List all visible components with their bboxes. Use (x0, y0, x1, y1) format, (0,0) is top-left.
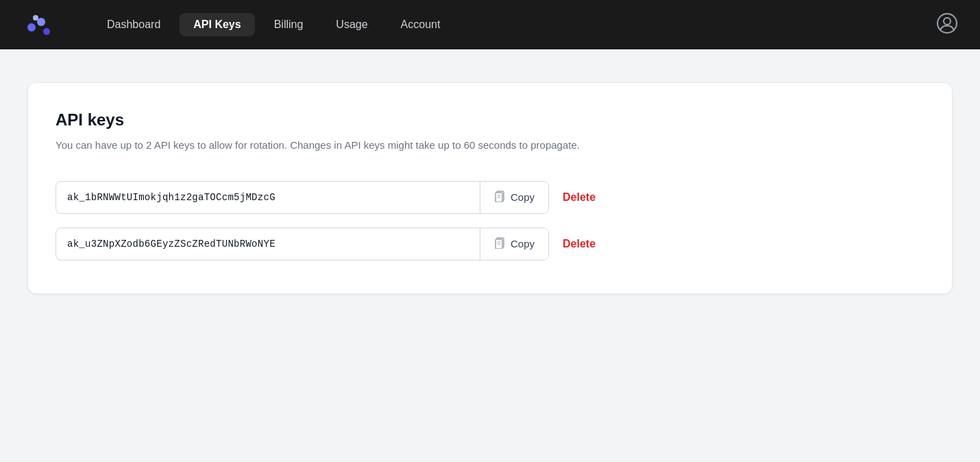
clipboard-icon-2 (494, 236, 505, 252)
api-key-value-2: ak_u3ZNpXZodb6GEyzZScZRedTUNbRWoNYE (56, 239, 480, 250)
copy-button-2[interactable]: Copy (480, 228, 548, 260)
nav-links: Dashboard API Keys Billing Usage Account (93, 13, 909, 36)
copy-button-1[interactable]: Copy (480, 182, 548, 213)
api-key-row-2: ak_u3ZNpXZodb6GEyzZScZRedTUNbRWoNYE Copy… (56, 228, 924, 260)
navbar-right (936, 12, 958, 37)
page-description: You can have up to 2 API keys to allow f… (56, 138, 924, 154)
copy-label-2: Copy (511, 238, 535, 250)
svg-point-3 (33, 15, 38, 21)
svg-point-0 (27, 23, 36, 32)
api-key-value-1: ak_1bRNWWtUImokjqh1z2gaTOCcm5jMDzcG (56, 192, 480, 203)
logo[interactable] (22, 8, 55, 41)
svg-point-2 (43, 28, 50, 35)
api-key-row-1: ak_1bRNWWtUImokjqh1z2gaTOCcm5jMDzcG Copy… (56, 181, 924, 214)
copy-label-1: Copy (511, 191, 535, 203)
svg-point-5 (944, 18, 951, 25)
api-keys-card: API keys You can have up to 2 API keys t… (27, 82, 953, 294)
nav-item-account[interactable]: Account (387, 13, 454, 36)
nav-item-dashboard[interactable]: Dashboard (93, 13, 174, 36)
navbar: Dashboard API Keys Billing Usage Account (0, 0, 980, 49)
nav-item-billing[interactable]: Billing (260, 13, 317, 36)
nav-item-api-keys[interactable]: API Keys (180, 13, 254, 36)
clipboard-icon-1 (494, 190, 505, 205)
main-content: API keys You can have up to 2 API keys t… (0, 49, 980, 327)
api-key-input-group-1: ak_1bRNWWtUImokjqh1z2gaTOCcm5jMDzcG Copy (56, 181, 549, 214)
user-icon[interactable] (936, 12, 958, 37)
delete-button-1[interactable]: Delete (560, 186, 598, 209)
api-key-input-group-2: ak_u3ZNpXZodb6GEyzZScZRedTUNbRWoNYE Copy (56, 228, 549, 260)
svg-point-1 (37, 18, 45, 26)
page-title: API keys (56, 110, 924, 130)
delete-button-2[interactable]: Delete (560, 232, 598, 256)
nav-item-usage[interactable]: Usage (322, 13, 381, 36)
